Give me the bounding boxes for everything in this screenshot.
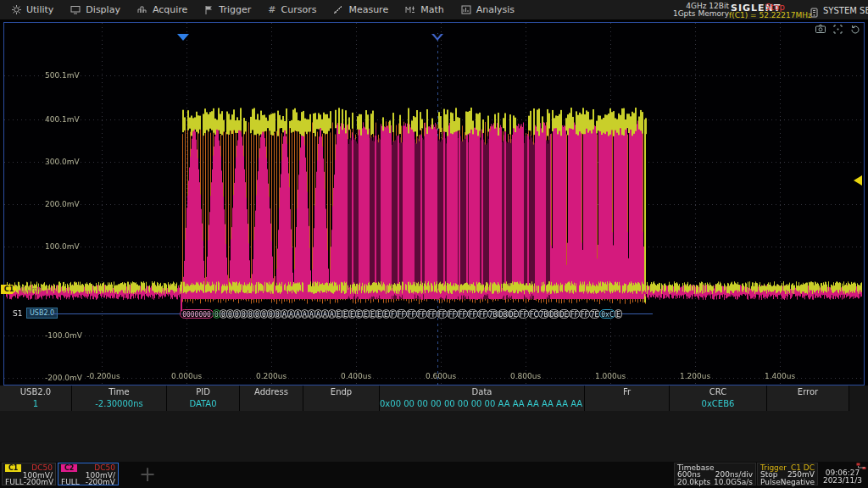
x-axis-label: 1.400us — [756, 372, 804, 380]
menu-measure-label: Measure — [348, 4, 388, 15]
x-axis-label: 0.400us — [332, 372, 380, 380]
menu-utility-label: Utility — [26, 4, 53, 15]
decode-token: 0000000 — [180, 309, 214, 319]
decode-list-table: USB2.01Time-2.30000nsPIDDATA0AddressEndp… — [0, 385, 868, 462]
column-header-data: Data — [380, 385, 584, 398]
table-column-crc: CRC0xCEB6 — [670, 385, 767, 411]
column-header-crc: CRC — [670, 385, 766, 398]
trigger-slope: Negative — [781, 479, 815, 485]
y-axis-label: -200.0mV — [45, 374, 82, 382]
clock-panel[interactable]: 09:06:27 2023/11/3 — [819, 463, 866, 485]
menu-analysis[interactable]: Analysis — [461, 4, 515, 15]
column-header-address: Address — [240, 385, 303, 398]
table-column-endp: Endp — [303, 385, 380, 411]
menu-cursors-label: Cursors — [281, 4, 317, 15]
system-settings-button[interactable]: SYSTEM SETTINGS — [823, 6, 868, 15]
x-axis-label: 0.600us — [417, 372, 465, 380]
column-header-pid: PID — [167, 385, 239, 398]
menu-cursors[interactable]: # Cursors — [268, 4, 316, 15]
gear-icon — [12, 5, 21, 14]
cell-time[interactable]: -2.30000ns — [72, 398, 166, 410]
column-header-usb20: USB2.0 — [0, 385, 71, 398]
clock-date: 2023/11/3 — [819, 477, 866, 485]
channel-c1-descriptor[interactable]: C1DC50 100mV/ FULL-200mV — [2, 463, 56, 485]
waveform-canvas[interactable] — [4, 23, 864, 385]
menu-math[interactable]: Math — [405, 4, 444, 15]
timebase-points: 20.0kpts — [677, 479, 710, 485]
menu-trigger[interactable]: Trigger — [204, 4, 251, 15]
menu-display[interactable]: Display — [70, 4, 120, 15]
system-settings-icon — [810, 5, 818, 21]
x-axis-label: 0.200us — [248, 372, 295, 380]
table-column-error: Error — [767, 385, 849, 411]
menu-math-label: Math — [420, 4, 444, 15]
y-axis-label: -100.0mV — [45, 331, 82, 340]
cell-error[interactable] — [767, 398, 849, 410]
trigger-panel[interactable]: TriggerC1 DC Stop250mV PulseNegative — [757, 463, 818, 485]
decode-token: 0xC — [599, 309, 615, 319]
frequency-counter: f(C1) = 52.22217MHz — [729, 11, 812, 19]
cell-pid[interactable]: DATA0 — [167, 398, 239, 410]
y-axis-label: 500.1mV — [45, 71, 80, 80]
plus-icon: + — [139, 464, 156, 485]
analysis-icon — [461, 5, 471, 14]
cell-crc[interactable]: 0xCEB6 — [670, 398, 766, 410]
c1-badge: C1 — [5, 464, 21, 472]
decode-token: E — [615, 309, 622, 319]
menu-trigger-label: Trigger — [219, 4, 251, 15]
column-header-endp: Endp — [303, 385, 379, 398]
trigger-position-marker[interactable] — [177, 34, 189, 41]
measure-icon — [333, 5, 343, 14]
cell-fr[interactable] — [585, 398, 669, 410]
menu-measure[interactable]: Measure — [333, 4, 388, 15]
cell-data[interactable]: 0x00 00 00 00 00 00 00 00 AA AA AA AA AA… — [380, 398, 584, 410]
table-column-fr: Fr — [585, 385, 670, 411]
spec-line2: 1Gpts Memory — [659, 10, 729, 18]
column-header-error: Error — [767, 385, 849, 398]
channel-c2-descriptor[interactable]: C2DC50 100mV/ FULL-200mV — [58, 463, 119, 485]
c1-offset: -200mV — [24, 479, 53, 485]
c2-offset: -200mV — [86, 479, 115, 485]
column-header-time: Time — [72, 385, 166, 398]
timebase-panel[interactable]: Timebase 600ns200ns/div 20.0kpts10.0GSa/… — [674, 463, 756, 485]
x-axis-label: 1.200us — [671, 372, 719, 380]
trigger-level-arrow[interactable] — [854, 175, 862, 186]
c2-badge: C2 — [61, 464, 77, 472]
rotate-icon[interactable] — [850, 25, 860, 34]
table-column-time: Time-2.30000ns — [72, 385, 167, 411]
cursors-icon: # — [268, 4, 275, 15]
decode-table-columns: USB2.01Time-2.30000nsPIDDATA0AddressEndp… — [0, 385, 849, 411]
camera-icon[interactable] — [815, 25, 826, 33]
crosshair-icon[interactable] — [833, 25, 843, 34]
menu-utility[interactable]: Utility — [12, 4, 53, 15]
decode-token-strip: 00000000000000000AAAAAAAAEEEEEEEEFFFFFFF… — [180, 308, 621, 319]
table-column-data: Data0x00 00 00 00 00 00 00 00 AA AA AA A… — [380, 385, 585, 411]
network-icon — [856, 463, 866, 470]
grid-corner-icons — [815, 25, 860, 34]
y-axis-label: 400.1mV — [45, 115, 80, 124]
menu-acquire[interactable]: Acquire — [137, 4, 187, 15]
menu-analysis-label: Analysis — [476, 4, 515, 15]
math-icon — [405, 5, 415, 14]
acquire-icon — [137, 5, 147, 14]
x-axis-label: 1.000us — [587, 372, 634, 380]
table-column-address: Address — [240, 385, 303, 411]
status-bar: C1DC50 100mV/ FULL-200mV C2DC50 100mV/ F… — [0, 462, 868, 488]
y-axis-label: 200.0mV — [45, 200, 80, 208]
cell-address[interactable] — [240, 398, 303, 410]
table-column-pid: PIDDATA0 — [167, 385, 240, 411]
y-axis-label: 300.0mV — [45, 158, 80, 166]
menu-acquire-label: Acquire — [153, 4, 187, 15]
cell-endp[interactable] — [303, 398, 379, 410]
x-axis-label: 0.800us — [502, 372, 549, 380]
cell-usb20[interactable]: 1 — [0, 398, 71, 410]
flag-icon — [204, 5, 214, 14]
add-channel-button[interactable]: + — [125, 463, 170, 485]
s1-bus-marker: S1 — [13, 309, 22, 318]
x-axis-label: 0.000us — [163, 372, 210, 380]
scope-spec: 4GHz 12Bit 1Gpts Memory — [659, 3, 729, 18]
menu-display-label: Display — [86, 4, 120, 15]
display-icon — [70, 5, 81, 14]
c1-bandwidth: FULL — [5, 479, 24, 485]
table-column-usb20: USB2.01 — [0, 385, 72, 411]
